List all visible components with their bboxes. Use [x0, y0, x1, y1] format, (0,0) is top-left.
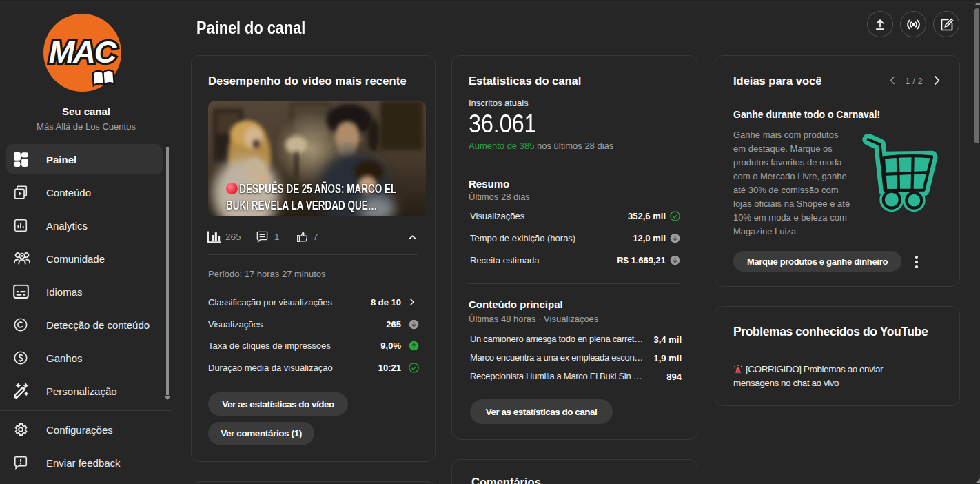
svg-text:MAC: MAC — [49, 34, 118, 70]
